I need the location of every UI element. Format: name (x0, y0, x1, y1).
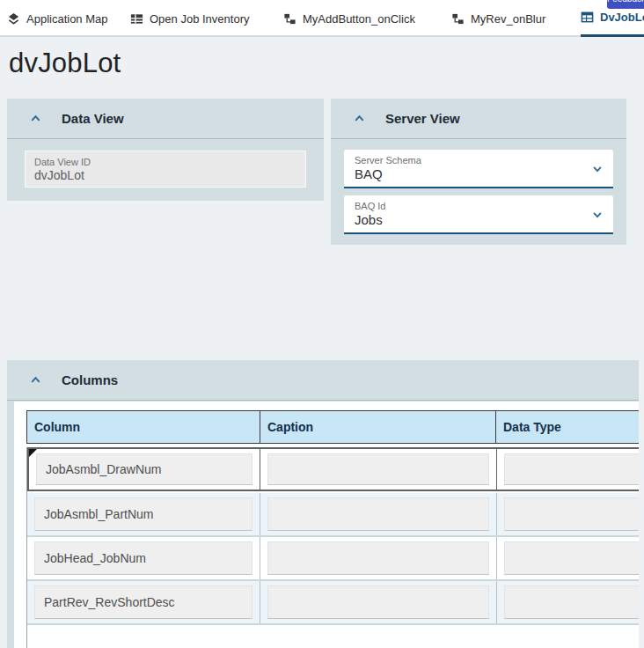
grid-body: JobAsmbl_DrawNum JobAsmbl_PartNum JobHea… (26, 447, 639, 648)
chevron-down-icon (591, 163, 604, 175)
columns-panel: Columns Column Caption Data Type JobAsmb… (7, 360, 639, 648)
application-map-icon (7, 12, 20, 26)
tab-application-map[interactable]: Application Map (7, 0, 108, 37)
data-type-cell[interactable] (504, 541, 639, 575)
tab-label: MyAddButton_onClick (303, 12, 415, 26)
dataview-table-icon (581, 11, 594, 24)
caption-cell[interactable] (267, 453, 488, 485)
tab-label: MyRev_onBlur (471, 12, 545, 26)
column-cell[interactable]: PartRev_RevShortDesc (34, 585, 252, 619)
data-type-cell[interactable] (504, 453, 639, 485)
column-cell[interactable]: JobAsmbl_DrawNum (36, 453, 252, 485)
table-row[interactable]: JobHead_JobNum (27, 537, 639, 581)
tab-label: Application Map (26, 12, 108, 26)
column-cell[interactable]: JobAsmbl_PartNum (34, 497, 252, 531)
panel-title: Data View (62, 111, 124, 126)
event-flow-icon (283, 12, 296, 26)
data-type-cell[interactable] (504, 585, 639, 619)
data-type-cell[interactable] (504, 497, 639, 531)
field-label: Server Schema (355, 155, 613, 166)
tab-label: Open Job Inventory (150, 12, 249, 26)
collapse-chevron-up-icon[interactable] (353, 112, 366, 125)
tab-myaddbutton-onclick[interactable]: MyAddButton_onClick (283, 0, 415, 37)
tab-open-job-inventory[interactable]: Open Job Inventory (130, 0, 249, 37)
tab-myrev-onblur[interactable]: MyRev_onBlur (451, 0, 545, 37)
columns-panel-header: Columns (7, 360, 639, 401)
event-flow-icon (451, 12, 465, 26)
grid-header-column[interactable]: Column (26, 410, 260, 444)
grid-list-icon (130, 12, 143, 26)
server-schema-dropdown[interactable]: Server Schema BAQ (344, 150, 613, 188)
field-label: Data View ID (34, 157, 305, 167)
chevron-down-icon (591, 209, 604, 221)
collapse-chevron-up-icon[interactable] (29, 112, 42, 125)
data-view-panel-header: Data View (7, 99, 324, 139)
table-row[interactable]: JobAsmbl_DrawNum (27, 447, 639, 491)
panel-title: Columns (62, 372, 118, 387)
tab-bar: Application Map Open Job Inventory MyAdd… (0, 0, 644, 37)
caption-cell[interactable] (267, 585, 489, 619)
feedback-button[interactable]: Feedback (607, 0, 644, 9)
grid-header-data-type[interactable]: Data Type (495, 410, 639, 444)
field-label: BAQ Id (355, 201, 613, 211)
column-cell[interactable]: JobHead_JobNum (34, 541, 252, 575)
server-view-panel-header: Server View (331, 99, 626, 139)
baq-id-dropdown[interactable]: BAQ Id Jobs (344, 195, 613, 234)
selected-row-marker-icon (29, 449, 37, 457)
panel-title: Server View (385, 111, 460, 126)
tab-label: DvJobLot (600, 11, 644, 24)
data-view-panel: Data View Data View ID dvJobLot (7, 99, 324, 201)
caption-cell[interactable] (267, 541, 489, 575)
field-value: BAQ (355, 166, 613, 181)
columns-grid: Column Caption Data Type JobAsmbl_DrawNu… (14, 401, 639, 648)
data-view-id-field: Data View ID dvJobLot (25, 151, 306, 188)
grid-header-row: Column Caption Data Type (26, 410, 639, 444)
grid-header-caption[interactable]: Caption (260, 410, 496, 444)
page-title: dvJobLot (9, 48, 121, 79)
field-value: Jobs (355, 212, 613, 227)
table-row[interactable]: JobAsmbl_PartNum (27, 493, 639, 537)
table-row[interactable]: PartRev_RevShortDesc (27, 581, 639, 625)
server-view-panel: Server View Server Schema BAQ BAQ Id Job… (331, 99, 626, 245)
caption-cell[interactable] (267, 497, 489, 531)
collapse-chevron-up-icon[interactable] (29, 373, 42, 387)
field-value: dvJobLot (34, 168, 305, 182)
